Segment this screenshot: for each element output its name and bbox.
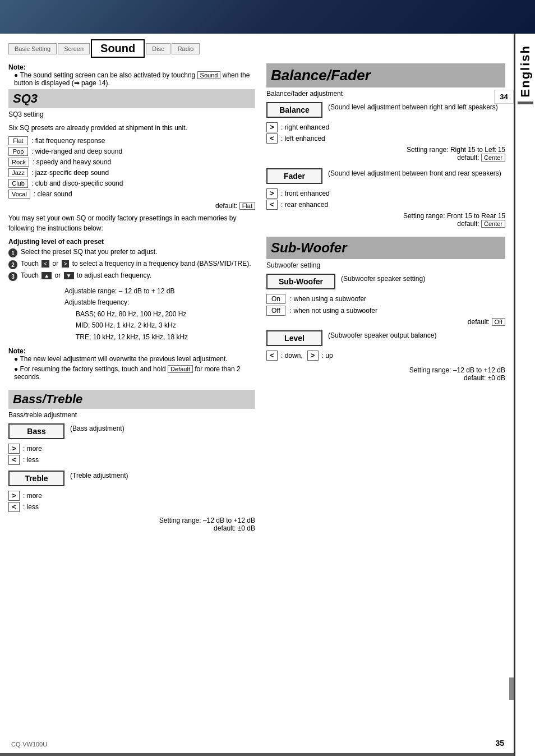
preset-desc-club: : club and disco-specific sound bbox=[31, 179, 123, 187]
sw-desc: (Subwoofer speaker setting) bbox=[341, 274, 425, 284]
sq3-body1: Six SQ presets are already provided at s… bbox=[8, 123, 255, 133]
sq3-default-value: Flat bbox=[239, 202, 255, 210]
balance-left-icon: < bbox=[266, 133, 278, 144]
level-up-icon: > bbox=[307, 351, 319, 361]
step-1-number: 1 bbox=[8, 248, 17, 257]
sw-default-line: default: Off bbox=[266, 318, 505, 326]
fader-front-icon: > bbox=[266, 188, 278, 199]
treble-more-label: : more bbox=[23, 492, 42, 500]
bt-range: Setting range: –12 dB to +12 dB default:… bbox=[8, 517, 255, 532]
fader-rear-arrow: < : rear enhanced bbox=[266, 200, 505, 210]
step-1: 1 Select the preset SQ that you prefer t… bbox=[8, 248, 255, 257]
preset-desc-jazz: : jazz-specific deep sound bbox=[31, 169, 109, 177]
preset-pop: Pop : wide-ranged and deep sound bbox=[8, 147, 255, 156]
balance-fader-section: Balance/Fader Balance/fader adjustment B… bbox=[266, 63, 505, 228]
adj-freq-label: Adjustable frequency: bbox=[64, 297, 255, 308]
step-3-text: Touch ▲ or ▼ to adjust each frequency. bbox=[21, 271, 151, 279]
sq3-body2: You may set your own SQ or modify factor… bbox=[8, 213, 255, 233]
bass-less-arrow: < : less bbox=[8, 455, 255, 465]
level-arrow-row: < : down, > : up bbox=[266, 351, 505, 361]
preset-vocal: Vocal : clear sound bbox=[8, 190, 255, 199]
tab-disc[interactable]: Disc bbox=[146, 43, 170, 54]
step-1-text: Select the preset SQ that you prefer to … bbox=[21, 248, 157, 256]
bottom-bar bbox=[0, 753, 514, 756]
subwoofer-section: Sub-Woofer Subwoofer setting Sub-Woofer … bbox=[266, 237, 505, 382]
level-down-label: : down, bbox=[281, 352, 303, 359]
right-sidebar: English bbox=[514, 34, 535, 756]
two-column-layout: Note: The sound setting screen can be al… bbox=[8, 63, 505, 534]
balance-left-label: : left enhanced bbox=[281, 135, 325, 142]
left-column: Note: The sound setting screen can be al… bbox=[8, 63, 255, 534]
sw-off-tag: Off bbox=[266, 306, 285, 316]
treble-less-arrow: < : less bbox=[8, 502, 255, 512]
level-range: Setting range: –12 dB to +12 dB default:… bbox=[266, 366, 505, 382]
level-desc: (Subwoofer speaker output balance) bbox=[328, 330, 436, 340]
treble-button[interactable]: Treble bbox=[8, 471, 64, 486]
nav-tabs: Basic Setting Screen Sound Disc Radio bbox=[8, 39, 505, 58]
note2-label: Note: bbox=[8, 347, 255, 355]
sw-on-row: On : when using a subwoofer bbox=[266, 294, 505, 304]
note-label: Note: bbox=[8, 63, 255, 71]
step-2-text: Touch < or > to select a frequency in a … bbox=[21, 260, 251, 268]
balance-right-arrow: > : right enhanced bbox=[266, 122, 505, 132]
sq3-subtitle: SQ3 setting bbox=[8, 110, 255, 118]
adj-tre: TRE; 10 kHz, 12 kHz, 15 kHz, 18 kHz bbox=[76, 331, 255, 343]
bass-more-arrow: > : more bbox=[8, 444, 255, 454]
sw-on-desc: : when using a subwoofer bbox=[290, 295, 366, 303]
preset-flat: Flat : flat frequency response bbox=[8, 136, 255, 145]
step-2-number: 2 bbox=[8, 260, 17, 269]
preset-jazz: Jazz : jazz-specific deep sound bbox=[8, 168, 255, 177]
balance-right-label: : right enhanced bbox=[281, 123, 329, 131]
treble-desc: (Treble adjustment) bbox=[70, 471, 128, 481]
level-up-label: : up bbox=[322, 352, 333, 359]
note2-item-1: The new level adjustment will overwrite … bbox=[14, 355, 255, 363]
preset-list: Flat : flat frequency response Pop : wid… bbox=[8, 136, 255, 199]
model-number: CQ-VW100U bbox=[11, 741, 47, 748]
fader-front-arrow: > : front enhanced bbox=[266, 188, 505, 199]
sw-subtitle: Subwoofer setting bbox=[266, 261, 505, 269]
preset-desc-rock: : speedy and heavy sound bbox=[33, 158, 111, 166]
sq3-section: SQ3 SQ3 setting Six SQ presets are alrea… bbox=[8, 89, 255, 381]
level-button[interactable]: Level bbox=[266, 330, 322, 346]
sw-off-desc: : when not using a subwoofer bbox=[290, 307, 377, 315]
fader-button[interactable]: Fader bbox=[266, 168, 322, 184]
bass-more-icon: > bbox=[8, 444, 20, 454]
tab-radio[interactable]: Radio bbox=[172, 43, 200, 54]
balance-right-icon: > bbox=[266, 122, 278, 132]
step2-icon-right: > bbox=[62, 260, 70, 268]
tab-screen[interactable]: Screen bbox=[58, 43, 90, 54]
balance-button[interactable]: Balance bbox=[266, 102, 322, 118]
note-section: Note: The sound setting screen can be al… bbox=[8, 63, 255, 87]
sq3-header: SQ3 bbox=[8, 89, 255, 108]
right-column: Balance/Fader Balance/fader adjustment B… bbox=[266, 63, 505, 534]
preset-tag-jazz: Jazz bbox=[8, 168, 28, 177]
adj-mid: MID; 500 Hz, 1 kHz, 2 kHz, 3 kHz bbox=[76, 320, 255, 331]
bass-button[interactable]: Bass bbox=[8, 423, 64, 439]
tab-sound[interactable]: Sound bbox=[91, 39, 145, 58]
balance-left-arrow: < : left enhanced bbox=[266, 133, 505, 144]
sw-default-box: Off bbox=[492, 318, 505, 326]
sw-on-tag: On bbox=[266, 294, 285, 304]
bt-subtitle: Bass/treble adjustment bbox=[8, 411, 255, 419]
bass-more-label: : more bbox=[23, 445, 42, 453]
adjusting-label: Adjusting level of each preset bbox=[8, 238, 255, 246]
english-bar-decoration bbox=[518, 102, 533, 104]
level-control-row: Level (Subwoofer speaker output balance) bbox=[266, 330, 505, 346]
sw-off-row: Off : when not using a subwoofer bbox=[266, 306, 505, 316]
fader-range: Setting range: Front 15 to Rear 15 defau… bbox=[266, 212, 505, 228]
tab-basic-setting[interactable]: Basic Setting bbox=[8, 43, 57, 54]
fader-rear-label: : rear enhanced bbox=[281, 201, 328, 209]
page-number-left: 34 bbox=[494, 90, 514, 104]
fader-front-label: : front enhanced bbox=[281, 190, 330, 197]
adjustable-info: Adjustable range: – 12 dB to + 12 dB Adj… bbox=[64, 285, 255, 343]
adj-range: Adjustable range: – 12 dB to + 12 dB bbox=[64, 285, 255, 297]
bass-less-icon: < bbox=[8, 455, 20, 465]
balance-default-box: Center bbox=[481, 154, 505, 162]
sw-button[interactable]: Sub-Woofer bbox=[266, 274, 335, 289]
fader-range-text: Setting range: Front 15 to Rear 15 bbox=[403, 212, 505, 220]
level-down-icon: < bbox=[266, 351, 278, 361]
default-tag: Default bbox=[168, 365, 193, 373]
level-default-text: default: ±0 dB bbox=[464, 374, 505, 382]
step3-icon-up: ▲ bbox=[41, 272, 52, 279]
fader-desc: (Sound level adjustment between front an… bbox=[328, 168, 501, 178]
